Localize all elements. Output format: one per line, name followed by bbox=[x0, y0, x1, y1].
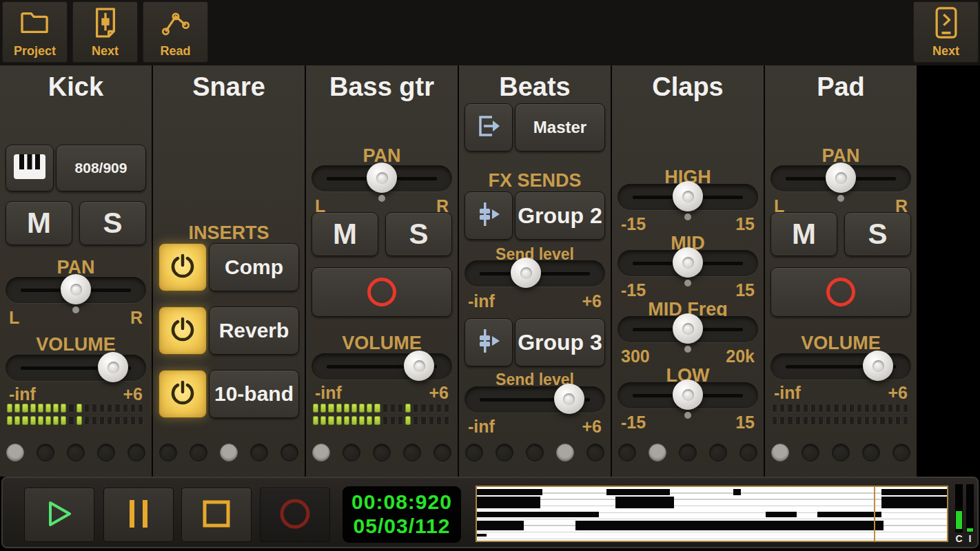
page-dots bbox=[771, 444, 910, 461]
mute-solo-row: M S bbox=[6, 201, 146, 245]
page-dots bbox=[6, 444, 145, 461]
solo-button[interactable]: S bbox=[385, 212, 452, 256]
eq-range: -15 15 bbox=[621, 280, 755, 300]
record-icon bbox=[367, 278, 396, 306]
folder-icon bbox=[19, 2, 51, 43]
time-value: 00:08:920 bbox=[343, 490, 461, 514]
volume-max-label: +6 bbox=[888, 383, 908, 403]
top-toolbar: Project Next Read Next bbox=[0, 0, 980, 65]
automation-read-icon bbox=[161, 2, 191, 43]
insert-power-button[interactable] bbox=[159, 306, 207, 355]
insert-power-button[interactable] bbox=[159, 370, 207, 418]
output-route-button[interactable] bbox=[465, 103, 513, 152]
record-button[interactable] bbox=[260, 488, 330, 542]
page-dots bbox=[465, 444, 604, 461]
insert-power-button[interactable] bbox=[159, 243, 207, 291]
pan-max-label: R bbox=[130, 308, 143, 328]
solo-button[interactable]: S bbox=[844, 212, 911, 256]
volume-knob[interactable] bbox=[98, 352, 128, 382]
insert-row: Reverb bbox=[159, 306, 299, 355]
fx-send-row: Group 3 bbox=[465, 318, 605, 366]
volume-knob[interactable] bbox=[404, 351, 434, 381]
channel-title: Beats bbox=[459, 72, 611, 102]
output-target-button[interactable]: Master bbox=[515, 103, 605, 152]
eq-knob[interactable] bbox=[673, 247, 703, 278]
next-automation-button[interactable]: Next bbox=[72, 1, 138, 63]
record-icon bbox=[278, 497, 312, 533]
output-route-row: Master bbox=[465, 103, 605, 152]
pause-icon bbox=[127, 499, 150, 532]
record-icon bbox=[826, 278, 855, 306]
stop-button[interactable] bbox=[181, 488, 252, 542]
fx-send-button[interactable] bbox=[465, 191, 513, 240]
channel-title: Snare bbox=[153, 72, 305, 102]
send-max-label: +6 bbox=[582, 417, 602, 437]
send-level-range: -inf +6 bbox=[468, 417, 602, 437]
eq-low-slider[interactable] bbox=[617, 382, 758, 408]
output-meter-c-label: C bbox=[953, 533, 965, 544]
volume-knob[interactable] bbox=[863, 351, 893, 381]
fx-send-icon bbox=[475, 200, 502, 231]
send-level-slider[interactable] bbox=[465, 260, 605, 287]
eq-high-slider[interactable] bbox=[617, 184, 758, 210]
eq-midfreq-slider[interactable] bbox=[617, 316, 758, 342]
level-meter bbox=[313, 404, 449, 425]
send-level-slider[interactable] bbox=[465, 386, 605, 413]
pan-slider[interactable] bbox=[312, 165, 452, 191]
fx-send-target-button[interactable]: Group 2 bbox=[515, 191, 605, 240]
page-dots bbox=[159, 444, 298, 461]
send-level-knob[interactable] bbox=[554, 384, 584, 414]
mixer-area: Kick 808/909 M S PAN L R VOLUME bbox=[0, 65, 917, 477]
next-screen-icon bbox=[935, 2, 958, 43]
volume-slider[interactable] bbox=[6, 355, 146, 381]
instrument-button[interactable] bbox=[6, 145, 54, 191]
eq-knob[interactable] bbox=[673, 181, 703, 211]
record-arm-button[interactable] bbox=[770, 267, 911, 317]
pan-knob[interactable] bbox=[61, 274, 91, 304]
output-meter-c bbox=[955, 484, 963, 532]
volume-slider[interactable] bbox=[312, 353, 452, 380]
solo-button[interactable]: S bbox=[79, 201, 146, 245]
eq-mid-slider[interactable] bbox=[617, 250, 758, 276]
volume-min-label: -inf bbox=[315, 383, 342, 403]
read-automation-button[interactable]: Read bbox=[143, 1, 208, 63]
volume-label: VOLUME bbox=[765, 333, 917, 354]
record-arm-button[interactable] bbox=[312, 267, 452, 317]
eq-min-label: -15 bbox=[621, 413, 646, 433]
project-button[interactable]: Project bbox=[2, 1, 68, 63]
pan-min-label: L bbox=[9, 308, 19, 328]
eq-max-label: 20k bbox=[726, 346, 755, 366]
insert-effect-button[interactable]: 10-band bbox=[209, 370, 299, 418]
fx-send-target-button[interactable]: Group 3 bbox=[515, 318, 605, 366]
pan-slider[interactable] bbox=[6, 277, 146, 303]
next-screen-button[interactable]: Next bbox=[913, 1, 979, 63]
mute-button[interactable]: M bbox=[770, 212, 837, 256]
play-icon bbox=[44, 500, 74, 530]
send-min-label: -inf bbox=[468, 291, 495, 311]
instrument-preset-button[interactable]: 808/909 bbox=[56, 145, 146, 191]
arrangement-overview[interactable] bbox=[476, 486, 948, 542]
channel-title: Bass gtr bbox=[306, 72, 458, 102]
eq-knob[interactable] bbox=[673, 380, 703, 410]
pan-knob[interactable] bbox=[826, 163, 856, 193]
mute-button[interactable]: M bbox=[312, 212, 378, 256]
pause-button[interactable] bbox=[103, 488, 174, 542]
eq-max-label: 15 bbox=[735, 280, 755, 300]
volume-range: -inf +6 bbox=[9, 384, 143, 404]
send-level-knob[interactable] bbox=[511, 258, 541, 288]
send-min-label: -inf bbox=[468, 417, 495, 437]
position-value: 05/03/112 bbox=[343, 514, 461, 538]
mute-button[interactable]: M bbox=[6, 201, 72, 245]
pan-knob[interactable] bbox=[367, 163, 397, 193]
eq-max-label: 15 bbox=[735, 214, 755, 234]
fx-send-button[interactable] bbox=[465, 318, 513, 366]
volume-label: VOLUME bbox=[306, 333, 458, 354]
play-button[interactable] bbox=[24, 488, 94, 542]
eq-knob[interactable] bbox=[673, 313, 703, 344]
insert-effect-button[interactable]: Comp bbox=[209, 243, 299, 291]
insert-effect-button[interactable]: Reverb bbox=[209, 306, 299, 355]
send-level-range: -inf +6 bbox=[468, 291, 602, 311]
volume-slider[interactable] bbox=[770, 353, 911, 380]
eq-min-label: -15 bbox=[621, 280, 646, 300]
pan-slider[interactable] bbox=[770, 165, 911, 191]
